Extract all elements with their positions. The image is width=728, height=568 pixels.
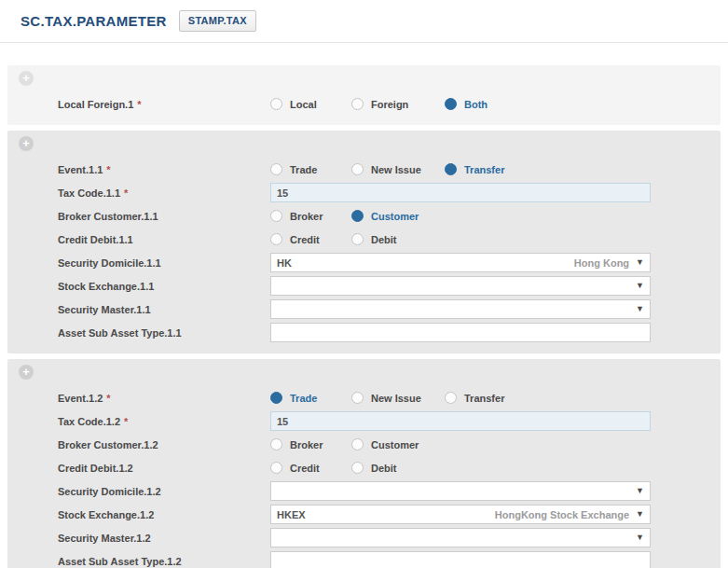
expand-section-button[interactable]: + [19, 365, 34, 380]
form-row-local-foreign-1: Local Foreign.1*LocalForeignBoth [7, 92, 721, 116]
field-label-tax-code-1-1: Tax Code.1.1* [58, 187, 270, 199]
radio-button-icon [351, 438, 364, 450]
radio-option-both[interactable]: Both [445, 98, 526, 110]
field-label-stock-exchange-1-1: Stock Exchange.1.1 [58, 281, 270, 292]
plus-icon: + [22, 366, 30, 379]
radio-option-label: Broker [290, 211, 323, 222]
dropdown-arrow-icon: ▼ [636, 258, 644, 267]
radio-option-label: Customer [371, 211, 419, 222]
radio-option-new-issue[interactable]: New Issue [351, 163, 445, 175]
field-label-text: Stock Exchange.1.1 [58, 281, 154, 292]
radio-option-credit[interactable]: Credit [270, 462, 351, 474]
field-label-credit-debit-1-2: Credit Debit.1.2 [58, 463, 270, 474]
radio-option-label: Credit [290, 234, 320, 245]
form-row-stock-exchange-1-1: Stock Exchange.1.1▼ [7, 274, 721, 298]
combo-field-stock-exchange-1-2[interactable]: HKEXHongKong Stock Exchange▼ [270, 505, 651, 524]
radio-option-broker[interactable]: Broker [270, 438, 351, 450]
field-label-broker-customer-1-2: Broker Customer.1.2 [58, 439, 270, 450]
combo-field-stock-exchange-1-1[interactable]: ▼ [270, 276, 651, 296]
form-row-security-domicile-1-2: Security Domicile.1.2▼ [7, 479, 721, 503]
field-label-text: Stock Exchange.1.2 [58, 509, 154, 520]
radio-option-transfer[interactable]: Transfer [445, 392, 526, 404]
field-tax-code-1-1 [270, 183, 651, 202]
text-input-asset-sub-asset-type-1-1[interactable] [270, 323, 651, 342]
required-marker: * [106, 393, 110, 404]
radio-option-credit[interactable]: Credit [270, 233, 351, 245]
radio-option-label: Transfer [464, 164, 504, 175]
radio-button-icon [445, 163, 457, 175]
form-row-broker-customer-1-2: Broker Customer.1.2BrokerCustomer [7, 433, 721, 456]
form-row-event-1-2: Event.1.2*TradeNew IssueTransfer [7, 386, 721, 409]
field-security-master-1-1: ▼ [270, 299, 651, 319]
radio-option-customer[interactable]: Customer [351, 438, 445, 450]
field-label-stock-exchange-1-2: Stock Exchange.1.2 [58, 509, 270, 520]
form-row-security-domicile-1-1: Security Domicile.1.1HKHong Kong▼ [7, 251, 721, 274]
field-label-text: Security Master.1.1 [58, 304, 151, 315]
radio-option-debit[interactable]: Debit [351, 462, 445, 474]
page: SC.TAX.PARAMETER STAMP.TAX +Local Foreig… [0, 0, 728, 568]
radio-option-new-issue[interactable]: New Issue [351, 392, 445, 404]
text-input-asset-sub-asset-type-1-2[interactable] [270, 551, 651, 568]
radio-option-label: Debit [371, 463, 397, 474]
field-label-text: Local Foreign.1 [58, 99, 133, 110]
form-section: +Event.1.2*TradeNew IssueTransferTax Cod… [7, 359, 721, 568]
radio-button-icon [351, 98, 364, 110]
form-row-tax-code-1-2: Tax Code.1.2* [7, 409, 721, 433]
radio-option-customer[interactable]: Customer [351, 210, 445, 222]
radio-option-trade[interactable]: Trade [270, 392, 351, 404]
radio-option-label: Customer [371, 439, 419, 450]
field-label-asset-sub-asset-type-1-1: Asset Sub Asset Type.1.1 [58, 327, 270, 339]
readonly-input-tax-code-1-2[interactable] [270, 411, 651, 431]
form-row-security-master-1-1: Security Master.1.1▼ [7, 298, 721, 321]
required-marker: * [137, 99, 141, 110]
combo-field-security-domicile-1-1[interactable]: HKHong Kong▼ [270, 253, 651, 272]
form-row-asset-sub-asset-type-1-1: Asset Sub Asset Type.1.1 [7, 321, 721, 344]
radio-button-icon [351, 462, 364, 474]
dropdown-arrow-icon: ▼ [636, 533, 644, 542]
radio-button-icon [270, 438, 282, 450]
radio-option-local[interactable]: Local [270, 98, 351, 110]
radio-option-trade[interactable]: Trade [270, 163, 351, 175]
combo-field-security-master-1-1[interactable]: ▼ [270, 299, 651, 319]
field-label-text: Security Master.1.2 [58, 533, 151, 544]
field-label-security-master-1-1: Security Master.1.1 [58, 304, 270, 315]
field-credit-debit-1-1: CreditDebit [270, 233, 651, 245]
field-tax-code-1-2 [270, 411, 651, 431]
radio-button-icon [445, 392, 457, 404]
radio-button-icon [270, 163, 282, 175]
radio-button-icon [351, 233, 364, 245]
radio-button-icon [351, 392, 364, 404]
radio-button-icon [270, 462, 282, 474]
radio-option-foreign[interactable]: Foreign [351, 98, 445, 110]
field-security-domicile-1-1: HKHong Kong▼ [270, 253, 651, 272]
form-row-credit-debit-1-1: Credit Debit.1.1CreditDebit [7, 228, 721, 251]
field-event-1-1: TradeNew IssueTransfer [270, 163, 651, 175]
field-label-credit-debit-1-1: Credit Debit.1.1 [58, 234, 270, 245]
form-section: +Event.1.1*TradeNew IssueTransferTax Cod… [7, 131, 721, 353]
field-label-text: Tax Code.1.1 [58, 187, 120, 199]
field-label-tax-code-1-2: Tax Code.1.2* [58, 416, 270, 427]
combo-field-security-domicile-1-2[interactable]: ▼ [270, 481, 651, 501]
field-label-text: Asset Sub Asset Type.1.2 [58, 556, 182, 567]
page-title: SC.TAX.PARAMETER [21, 13, 167, 29]
form-row-asset-sub-asset-type-1-2: Asset Sub Asset Type.1.2 [7, 549, 721, 568]
field-asset-sub-asset-type-1-2 [270, 551, 651, 568]
stamp-tax-badge[interactable]: STAMP.TAX [179, 10, 256, 32]
field-label-text: Event.1.2 [58, 393, 103, 404]
radio-button-icon [270, 210, 282, 222]
radio-button-icon [351, 163, 364, 175]
expand-section-button[interactable]: + [19, 71, 34, 86]
combo-value: HKEX [277, 509, 495, 520]
field-stock-exchange-1-2: HKEXHongKong Stock Exchange▼ [270, 505, 651, 524]
expand-section-button[interactable]: + [19, 136, 34, 151]
field-broker-customer-1-2: BrokerCustomer [270, 438, 651, 450]
field-broker-customer-1-1: BrokerCustomer [270, 210, 651, 222]
radio-option-broker[interactable]: Broker [270, 210, 351, 222]
radio-option-debit[interactable]: Debit [351, 233, 445, 245]
radio-option-label: Credit [290, 463, 320, 474]
radio-button-icon [445, 98, 457, 110]
combo-field-security-master-1-2[interactable]: ▼ [270, 528, 651, 547]
readonly-input-tax-code-1-1[interactable] [270, 183, 651, 202]
radio-option-transfer[interactable]: Transfer [445, 163, 526, 175]
radio-option-label: Transfer [464, 393, 504, 404]
